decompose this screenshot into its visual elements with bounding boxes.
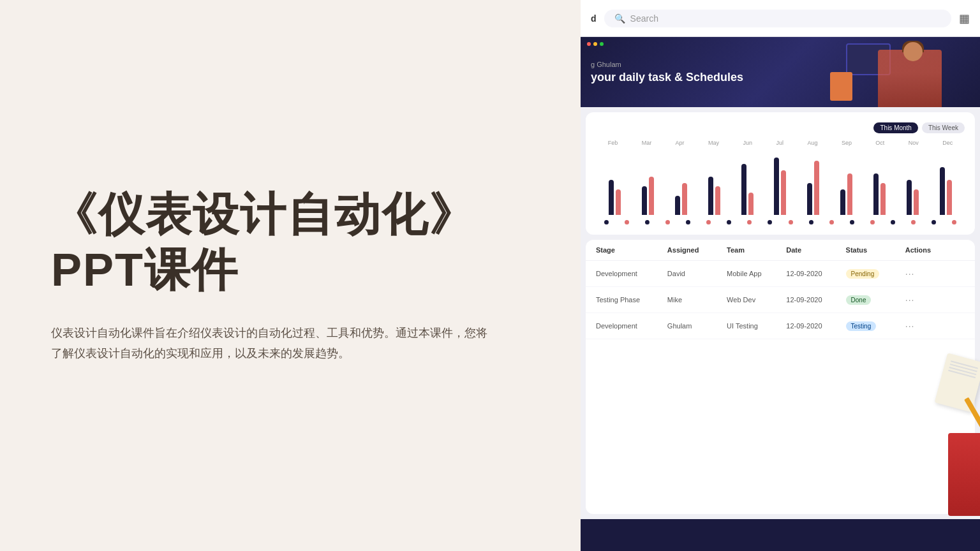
chart-dot [625, 220, 629, 224]
bar-group-4 [708, 177, 720, 215]
chart-dot [604, 220, 609, 224]
status-badge-3: Testing [846, 321, 905, 331]
right-panel: d 🔍 Search ▦ g Ghulam your daily task & … [581, 0, 980, 551]
calendar-icon[interactable]: ▦ [959, 11, 970, 26]
chart-dot [932, 220, 936, 224]
month-nov: Nov [909, 140, 919, 146]
top-bar: d 🔍 Search ▦ [581, 0, 980, 37]
banner-text: g Ghulam your daily task & Schedules [591, 61, 743, 84]
bar-pink [847, 173, 852, 215]
chart-dot [809, 220, 813, 224]
td-stage-1: Development [596, 270, 667, 277]
bar-group-9 [873, 173, 886, 215]
chart-dot [789, 220, 793, 224]
banner: g Ghulam your daily task & Schedules [581, 37, 980, 107]
this-week-button[interactable]: This Week [922, 122, 965, 133]
bar-group-6 [774, 158, 786, 215]
chart-section: This Month This Week Feb Mar Apr May Jun… [586, 112, 975, 235]
chart-dot [870, 220, 875, 224]
status-badge-1: Pending [846, 269, 905, 279]
chart-dot [768, 220, 772, 224]
status-done: Done [846, 295, 872, 305]
month-dec: Dec [942, 140, 953, 146]
bar-navy [940, 167, 945, 215]
actions-2[interactable]: ··· [905, 295, 965, 305]
bar-pink [715, 186, 720, 215]
bars-container [596, 151, 965, 215]
bar-navy [642, 186, 647, 215]
dot-red [587, 42, 591, 46]
search-bar[interactable]: 🔍 Search [604, 10, 951, 27]
banner-title: your daily task & Schedules [591, 71, 743, 84]
td-stage-3: Development [596, 322, 667, 330]
months-row: Feb Mar Apr May Jun Jul Aug Sep Oct Nov … [596, 140, 965, 146]
nav-letter: d [591, 13, 597, 24]
month-sep: Sep [842, 140, 852, 146]
dots-row [596, 220, 965, 224]
bar-pink [748, 193, 754, 215]
td-stage-2: Testing Phase [596, 296, 667, 304]
td-date-1: 12-09-2020 [786, 270, 845, 277]
th-date: Date [786, 246, 845, 254]
chart-dot [911, 220, 916, 224]
bar-group-8 [840, 173, 852, 215]
orange-block [830, 72, 852, 101]
month-may: May [708, 140, 719, 146]
red-decor [948, 433, 980, 516]
td-date-3: 12-09-2020 [786, 322, 845, 330]
character-head [903, 42, 923, 61]
bar-group-2 [642, 177, 654, 215]
td-assigned-1: David [667, 270, 727, 277]
bar-navy [708, 177, 713, 215]
bar-navy [873, 173, 879, 215]
bar-navy [741, 164, 746, 215]
chart-dot [952, 220, 956, 224]
month-aug: Aug [807, 140, 817, 146]
search-icon: 🔍 [614, 13, 625, 24]
chart-dot [891, 220, 895, 224]
bar-group-1 [609, 180, 621, 215]
bar-pink [947, 180, 952, 215]
status-testing: Testing [846, 321, 877, 331]
month-feb: Feb [608, 140, 618, 146]
chart-dot [850, 220, 854, 224]
this-month-button[interactable]: This Month [873, 122, 917, 133]
bar-navy [675, 196, 680, 215]
banner-greeting: g Ghulam [591, 61, 743, 68]
month-mar: Mar [642, 140, 652, 146]
actions-1[interactable]: ··· [905, 268, 965, 279]
dot-green [600, 42, 604, 46]
bar-group-10 [907, 180, 919, 215]
table-header: Stage Assigned Team Date Status Actions [586, 240, 975, 261]
th-assigned: Assigned [667, 246, 727, 254]
status-pending: Pending [846, 269, 880, 279]
bottom-strip [581, 519, 980, 551]
bar-group-3 [675, 183, 687, 215]
actions-3[interactable]: ··· [905, 321, 965, 331]
bar-pink [682, 183, 687, 215]
table-row: Development Ghulam UI Testing 12-09-2020… [586, 313, 975, 339]
bar-pink [914, 189, 919, 215]
chart-dot [665, 220, 670, 224]
th-stage: Stage [596, 246, 667, 254]
month-oct: Oct [875, 140, 884, 146]
chart-dot [706, 220, 711, 224]
td-assigned-2: Mike [667, 296, 727, 304]
bar-pink [880, 183, 886, 215]
chart-dot [747, 220, 752, 224]
th-team: Team [727, 246, 786, 254]
bar-navy [609, 180, 614, 215]
bar-group-5 [741, 164, 754, 215]
dot-yellow [593, 42, 597, 46]
bar-pink [649, 177, 654, 215]
chart-controls: This Month This Week [596, 122, 965, 133]
month-jul: Jul [776, 140, 783, 146]
bar-navy [807, 183, 812, 215]
th-actions: Actions [905, 246, 965, 254]
table-section: Stage Assigned Team Date Status Actions … [586, 240, 975, 514]
search-placeholder: Search [630, 13, 658, 24]
th-status: Status [846, 246, 905, 254]
bar-pink [814, 161, 819, 215]
left-panel: 《仪表设计自动化》PPT课件 仪表设计自动化课件旨在介绍仪表设计的自动化过程、工… [0, 0, 581, 551]
window-dots [587, 42, 604, 46]
